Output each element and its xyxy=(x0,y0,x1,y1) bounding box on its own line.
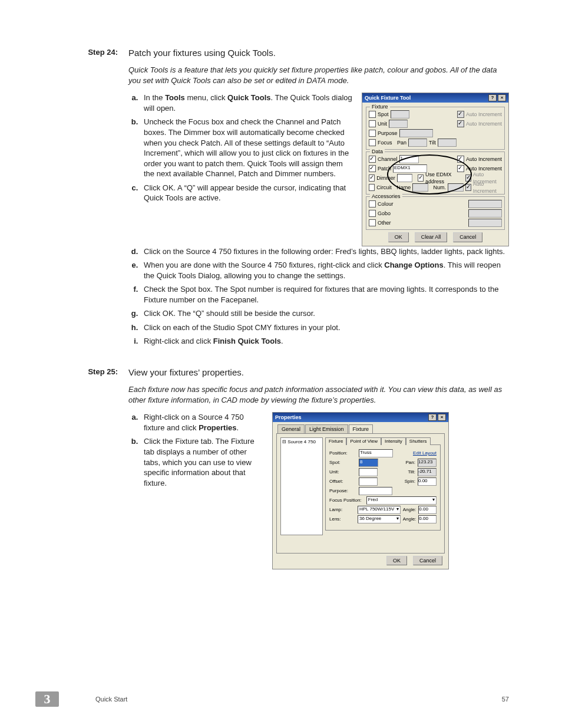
subtab-pov[interactable]: Point of View xyxy=(346,437,381,446)
dimmer-label: Dimmer xyxy=(376,174,395,182)
other-input[interactable] xyxy=(468,219,502,227)
step-24-instructions-left: In the Tools menu, click Quick Tools. Th… xyxy=(128,93,353,206)
group-data: Data Channel1Auto Increment PatchEDMX1Au… xyxy=(366,151,505,195)
channel-label: Channel xyxy=(378,156,398,163)
properties-titlebar: Properties ? × xyxy=(273,413,448,422)
quick-fixture-tool-dialog: Quick Fixture Tool ? × Fixture SpotAuto … xyxy=(362,93,509,246)
other-checkbox[interactable] xyxy=(369,219,376,226)
colour-input[interactable] xyxy=(468,200,502,208)
group-fixture-title: Fixture xyxy=(370,103,390,110)
prop-offset-label: Offset: xyxy=(329,479,356,485)
tab-general[interactable]: General xyxy=(277,424,305,433)
cancel-button[interactable]: Cancel xyxy=(453,232,482,242)
tab-light-emission[interactable]: Light Emission xyxy=(305,424,348,433)
prop-unit-input[interactable] xyxy=(359,468,378,476)
spot-checkbox[interactable] xyxy=(369,111,376,118)
subtab-fixture[interactable]: Fixture xyxy=(325,437,346,446)
focus-label: Focus xyxy=(378,139,392,146)
dimmer-checkbox[interactable] xyxy=(369,174,375,182)
gobo-checkbox[interactable] xyxy=(369,210,376,217)
prop-angle2-input[interactable]: 0.00 xyxy=(418,515,437,523)
pan-label: Pan xyxy=(397,139,406,146)
prop-spin-input[interactable]: 0.00 xyxy=(418,477,437,486)
spot-autoinc-checkbox xyxy=(457,111,464,118)
focus-checkbox[interactable] xyxy=(369,139,376,146)
unit-checkbox[interactable] xyxy=(369,120,376,127)
prop-angle-input[interactable]: 0.00 xyxy=(418,506,437,514)
circuit-num-label: Num. xyxy=(433,184,446,191)
dimmer-input[interactable] xyxy=(397,174,413,182)
other-label: Other xyxy=(378,219,391,226)
use-edmx-checkbox[interactable] xyxy=(418,174,424,182)
purpose-input[interactable] xyxy=(399,129,433,137)
unit-autoinc-checkbox xyxy=(457,120,464,127)
clear-all-button[interactable]: Clear All xyxy=(415,232,448,242)
prop-offset-input[interactable] xyxy=(359,477,378,486)
spot-input[interactable] xyxy=(391,110,409,118)
prop-unit-label: Unit: xyxy=(329,469,356,476)
step-25-header: Step 25: View your fixtures’ properties. xyxy=(71,367,509,378)
step-25-content: Right-click on a Source 4 750 fixture an… xyxy=(128,412,509,569)
circuit-checkbox[interactable] xyxy=(369,184,375,191)
edit-layout-link[interactable]: Edit Layout xyxy=(413,450,437,457)
circuit-name-input[interactable] xyxy=(412,183,428,192)
step-24-g: Click OK. The “Q” should still be beside… xyxy=(140,308,509,319)
tilt-label: Tilt xyxy=(429,139,436,146)
close-icon[interactable]: × xyxy=(498,94,506,101)
patch-label: Patch xyxy=(378,165,391,172)
help-icon[interactable]: ? xyxy=(488,94,497,101)
step-24-title: Patch your fixtures using Quick Tools. xyxy=(128,47,276,59)
circuit-autoinc-checkbox xyxy=(465,184,471,191)
purpose-checkbox[interactable] xyxy=(369,130,376,137)
channel-input[interactable]: 1 xyxy=(399,155,419,163)
properties-ok-button[interactable]: OK xyxy=(386,556,407,565)
tab-fixture[interactable]: Fixture xyxy=(349,424,373,433)
circuit-num-input[interactable] xyxy=(448,183,464,192)
prop-spin-label: Spin: xyxy=(405,479,415,485)
close-icon[interactable]: × xyxy=(438,414,446,421)
prop-lens-select[interactable]: 36 Degree xyxy=(358,515,401,523)
position-input[interactable]: Truss xyxy=(359,449,393,457)
prop-angle2-label: Angle: xyxy=(403,516,416,523)
tree-item[interactable]: ⊟ Source 4 750 xyxy=(282,439,316,444)
prop-lamp-select[interactable]: HPL 750W/115V xyxy=(358,506,401,514)
step-24-b: Uncheck the Focus box and check the Chan… xyxy=(140,117,353,179)
group-fixture: Fixture SpotAuto Increment UnitAuto Incr… xyxy=(366,107,505,150)
patch-autoinc-checkbox[interactable] xyxy=(457,165,464,172)
properties-tabs: General Light Emission Fixture xyxy=(276,424,445,433)
prop-purpose-input[interactable] xyxy=(359,487,392,495)
patch-checkbox[interactable] xyxy=(369,165,376,172)
fixture-subpanel: Fixture Point of View Intensity Shutters… xyxy=(325,437,441,531)
tilt-input[interactable] xyxy=(438,139,457,147)
step-25-description: Each fixture now has specific focus and … xyxy=(128,384,505,405)
unit-input[interactable] xyxy=(389,120,408,128)
circuit-label: Circuit xyxy=(376,184,392,191)
prop-pan-label: Pan: xyxy=(406,460,415,466)
properties-title: Properties xyxy=(275,414,302,421)
dimmer-autoinc-checkbox xyxy=(465,174,471,182)
fixture-tree[interactable]: ⊟ Source 4 750 xyxy=(280,437,323,535)
subtab-intensity[interactable]: Intensity xyxy=(381,437,406,446)
group-accessories: Accessories Colour Gobo Other xyxy=(366,196,505,230)
position-label: Position: xyxy=(329,450,356,457)
step-24-c: Click OK. A “Q” will appear beside the c… xyxy=(140,183,353,203)
properties-cancel-button[interactable]: Cancel xyxy=(413,556,442,565)
step-24-description: Quick Tools is a feature that lets you q… xyxy=(128,65,505,85)
prop-tilt-label: Tilt: xyxy=(408,469,415,476)
prop-focuspos-select[interactable]: Fred xyxy=(366,496,437,505)
help-icon[interactable]: ? xyxy=(428,414,437,421)
colour-checkbox[interactable] xyxy=(369,200,376,207)
colour-label: Colour xyxy=(378,200,394,207)
channel-autoinc-checkbox[interactable] xyxy=(457,156,464,163)
prop-spot-input[interactable]: 8 xyxy=(359,459,378,467)
channel-checkbox[interactable] xyxy=(369,156,376,163)
pan-input[interactable] xyxy=(408,139,427,147)
patch-input[interactable]: EDMX1 xyxy=(393,164,427,173)
subtab-shutters[interactable]: Shutters xyxy=(406,437,431,446)
dialog-titlebar: Quick Fixture Tool ? × xyxy=(362,93,508,103)
circuit-name-label: Name xyxy=(396,184,411,191)
channel-autoinc-label: Auto Increment xyxy=(466,156,502,163)
gobo-input[interactable] xyxy=(468,209,502,218)
step-24-i: Right-click and click Finish Quick Tools… xyxy=(140,336,509,347)
ok-button[interactable]: OK xyxy=(388,232,409,242)
